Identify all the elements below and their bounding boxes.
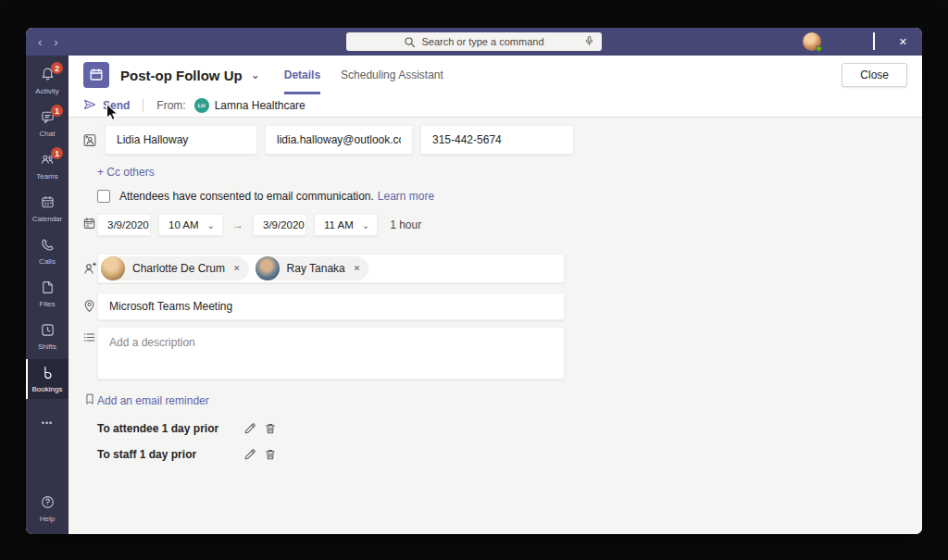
add-email-reminder-link[interactable]: Add an email reminder [97, 394, 209, 407]
staff-field[interactable]: Charlotte De Crum ✕ Ray Tanaka ✕ [97, 254, 565, 283]
reminder-label: To staff 1 day prior [97, 448, 243, 461]
close-window-button[interactable]: ✕ [899, 37, 907, 47]
start-date-field[interactable]: 3/9/2020 [97, 214, 151, 236]
sidebar-item-files[interactable]: Files [26, 274, 69, 314]
send-button[interactable]: Send [83, 98, 130, 114]
sidebar-item-calendar[interactable]: Calendar [26, 189, 69, 229]
user-avatar[interactable] [803, 32, 821, 51]
sidebar-item-bookings[interactable]: Bookings [26, 359, 69, 399]
consent-text: Attendees have consented to email commun… [119, 190, 374, 203]
edit-reminder-icon[interactable] [243, 448, 256, 461]
microphone-icon[interactable] [583, 35, 595, 47]
reminder-label: To attendee 1 day prior [97, 422, 243, 435]
add-attendee-icon [82, 132, 97, 151]
sidebar-item-activity[interactable]: 2 Activity [26, 61, 69, 101]
sidebar-more-button[interactable]: ••• [26, 407, 69, 439]
search-icon [404, 36, 416, 48]
staff-chip[interactable]: Ray Tanaka ✕ [256, 256, 369, 280]
bookmark-icon [83, 392, 96, 409]
staff-chip[interactable]: Charlotte De Crum ✕ [101, 256, 249, 280]
sidebar-item-chat[interactable]: 1 Chat [26, 104, 69, 143]
bookings-icon [40, 365, 56, 384]
help-icon [40, 494, 56, 514]
clock-icon [40, 322, 56, 342]
reminder-row: To attendee 1 day prior [81, 422, 907, 435]
location-pin-icon [82, 299, 96, 317]
main-content: Post-op Follow Up ⌄ Details Scheduling A… [69, 56, 922, 534]
phone-icon [40, 237, 56, 256]
remove-staff-icon[interactable]: ✕ [354, 264, 361, 273]
document-icon [40, 280, 56, 299]
title-bar: ‹ › Search or type a command ✕ [26, 28, 922, 56]
remove-staff-icon[interactable]: ✕ [233, 264, 241, 273]
reminder-row: To staff 1 day prior [81, 448, 907, 461]
tab-scheduling-assistant[interactable]: Scheduling Assistant [341, 56, 443, 94]
delete-reminder-icon[interactable] [264, 422, 277, 435]
attendee-email-field[interactable] [265, 125, 413, 155]
maximize-button[interactable] [873, 33, 875, 50]
back-icon[interactable]: ‹ [38, 36, 42, 48]
attendee-name-field[interactable] [105, 125, 257, 155]
search-placeholder: Search or type a command [421, 36, 543, 47]
from-label: From: [156, 99, 185, 112]
teams-badge: 1 [51, 147, 63, 159]
title-chevron-down-icon[interactable]: ⌄ [251, 68, 260, 81]
consent-checkbox[interactable] [97, 190, 110, 203]
delete-reminder-icon[interactable] [264, 448, 277, 461]
end-time-dropdown[interactable]: 11 AM ⌄ [314, 214, 378, 236]
presence-available-icon [816, 45, 822, 52]
appointment-form: + Cc others Attendees have consented to … [69, 118, 922, 534]
business-name: Lamna Healthcare [215, 99, 306, 112]
edit-reminder-icon[interactable] [243, 422, 256, 435]
duration-label: 1 hour [390, 218, 421, 231]
toolbar-divider [143, 99, 143, 112]
chevron-down-icon: ⌄ [207, 220, 215, 230]
staff-avatar [101, 256, 125, 280]
learn-more-link[interactable]: Learn more [378, 190, 434, 203]
business-avatar: LH [194, 98, 209, 113]
tab-details[interactable]: Details [284, 56, 320, 94]
staff-avatar [256, 256, 280, 280]
description-field[interactable] [97, 327, 565, 380]
teams-window: ‹ › Search or type a command ✕ [26, 28, 922, 534]
attendee-phone-field[interactable] [420, 125, 574, 155]
sidebar-item-calls[interactable]: Calls [26, 231, 69, 271]
arrow-right-icon: → [232, 218, 243, 231]
more-icon: ••• [42, 418, 53, 428]
page-title: Post-op Follow Up [120, 68, 243, 83]
search-input[interactable]: Search or type a command [346, 32, 602, 51]
appointment-header: Post-op Follow Up ⌄ Details Scheduling A… [69, 56, 922, 94]
sidebar-item-shifts[interactable]: Shifts [26, 317, 69, 356]
sidebar-item-teams[interactable]: 1 Teams [26, 146, 69, 186]
from-business-selector[interactable]: LH Lamna Healthcare [194, 98, 306, 113]
add-staff-icon [82, 261, 97, 280]
date-calendar-icon [82, 217, 96, 234]
activity-badge: 2 [51, 62, 63, 74]
send-toolbar: Send From: LH Lamna Healthcare [69, 94, 922, 118]
cc-others-link[interactable]: + Cc others [97, 166, 155, 179]
chevron-down-icon: ⌄ [362, 220, 369, 230]
chat-badge: 1 [51, 105, 63, 117]
end-date-field[interactable]: 3/9/2020 [253, 214, 306, 236]
sidebar-item-help[interactable]: Help [26, 489, 69, 529]
forward-icon[interactable]: › [54, 36, 57, 48]
description-list-icon [82, 330, 96, 348]
start-time-dropdown[interactable]: 10 AM ⌄ [158, 214, 223, 236]
appointment-calendar-icon [83, 62, 109, 88]
calendar-icon [40, 194, 56, 214]
close-button[interactable]: Close [842, 63, 907, 87]
app-sidebar: 2 Activity 1 Chat 1 Teams Calendar Calls [26, 56, 69, 534]
location-field[interactable]: Microsoft Teams Meeting [97, 292, 565, 320]
send-icon [83, 98, 96, 114]
